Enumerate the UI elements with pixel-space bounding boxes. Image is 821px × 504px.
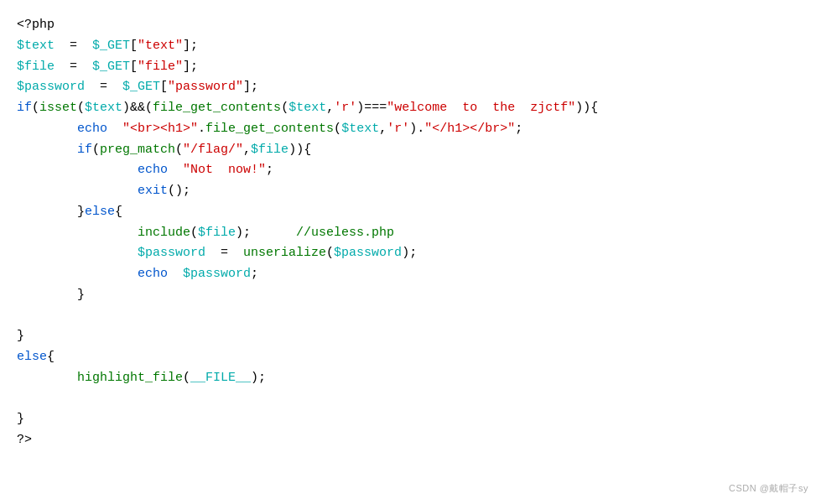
code-line-6: echo "<br><h1>".file_get_contents($text,… bbox=[17, 119, 804, 140]
code-line-7: if(preg_match("/flag/",$file)){ bbox=[17, 140, 804, 161]
code-line-20: } bbox=[17, 409, 804, 430]
code-line-8: echo "Not now!"; bbox=[17, 160, 804, 181]
code-line-9: exit(); bbox=[17, 181, 804, 202]
watermark: CSDN @戴帽子sy bbox=[729, 481, 808, 496]
code-line-18: highlight_file(__FILE__); bbox=[17, 368, 804, 389]
code-display: <?php $text = $_GET["text"]; $file = $_G… bbox=[0, 0, 821, 504]
code-line-15 bbox=[17, 306, 804, 327]
code-line-13: echo $password; bbox=[17, 264, 804, 285]
code-line-12: $password = unserialize($password); bbox=[17, 243, 804, 264]
code-line-19 bbox=[17, 389, 804, 410]
code-line-3: $file = $_GET["file"]; bbox=[17, 57, 804, 78]
code-line-5: if(isset($text)&&(file_get_contents($tex… bbox=[17, 98, 804, 119]
code-line-11: include($file); //useless.php bbox=[17, 223, 804, 244]
code-line-14: } bbox=[17, 285, 804, 306]
code-line-17: else{ bbox=[17, 347, 804, 368]
code-line-4: $password = $_GET["password"]; bbox=[17, 77, 804, 98]
code-line-10: }else{ bbox=[17, 202, 804, 223]
code-line-16: } bbox=[17, 326, 804, 347]
code-line-1: <?php bbox=[17, 15, 804, 36]
code-line-21: ?> bbox=[17, 430, 804, 451]
code-line-2: $text = $_GET["text"]; bbox=[17, 36, 804, 57]
